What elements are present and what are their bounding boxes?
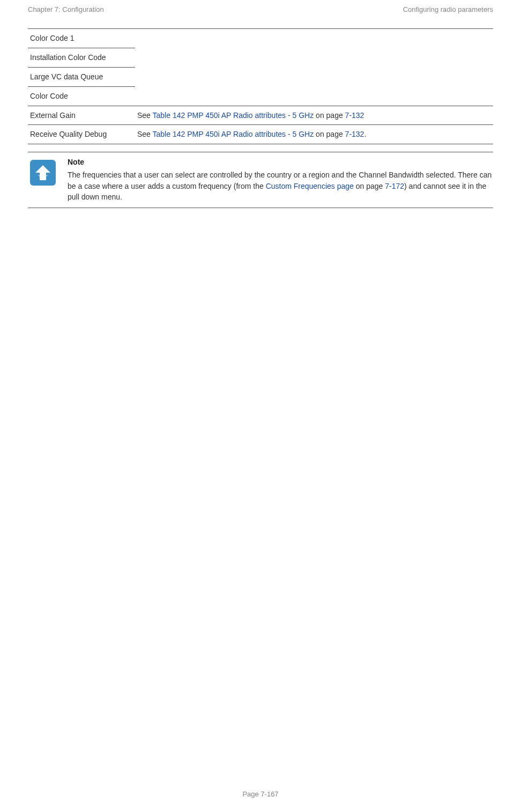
note-title: Note bbox=[68, 158, 493, 166]
link-page-7-172[interactable]: 7-172 bbox=[385, 182, 404, 190]
see-text: See bbox=[137, 111, 153, 120]
link-page-7-132-a[interactable]: 7-132 bbox=[345, 111, 364, 120]
note-box: Note The frequencies that a user can sel… bbox=[28, 152, 493, 208]
link-table-142-a[interactable]: Table 142 PMP 450i AP Radio attributes -… bbox=[153, 111, 316, 120]
link-custom-freq[interactable]: Custom Frequencies page bbox=[266, 182, 354, 190]
cell-external-gain-value: See Table 142 PMP 450i AP Radio attribut… bbox=[135, 106, 493, 125]
cell-color-code-1: Color Code 1 bbox=[28, 29, 135, 48]
period: . bbox=[364, 130, 366, 138]
link-page-7-132-b[interactable]: 7-132 bbox=[345, 130, 364, 138]
cell-receive-quality-label: Receive Quality Debug bbox=[28, 125, 135, 144]
cell-external-gain-label: External Gain bbox=[28, 106, 135, 125]
see-text2: See bbox=[137, 130, 153, 138]
cell-installation-color-code: Installation Color Code bbox=[28, 48, 135, 68]
onpage-text: on page bbox=[316, 111, 345, 120]
cell-receive-quality-value: See Table 142 PMP 450i AP Radio attribut… bbox=[135, 125, 493, 144]
cell-large-vc: Large VC data Queue bbox=[28, 68, 135, 87]
onpage-text2: on page bbox=[316, 130, 345, 138]
attributes-table: Color Code 1 Installation Color Code Lar… bbox=[28, 28, 493, 144]
note-icon bbox=[30, 160, 56, 202]
cell-color-code: Color Code bbox=[28, 87, 135, 106]
link-table-142-b[interactable]: Table 142 PMP 450i AP Radio attributes -… bbox=[153, 130, 316, 138]
page-footer: Page 7-167 bbox=[0, 790, 521, 798]
page-header: Chapter 7: Configuration Configuring rad… bbox=[28, 0, 493, 28]
header-left: Chapter 7: Configuration bbox=[28, 5, 104, 13]
note-mid: on page bbox=[354, 182, 385, 190]
note-text: The frequencies that a user can select a… bbox=[68, 169, 493, 202]
header-right: Configuring radio parameters bbox=[403, 5, 493, 13]
